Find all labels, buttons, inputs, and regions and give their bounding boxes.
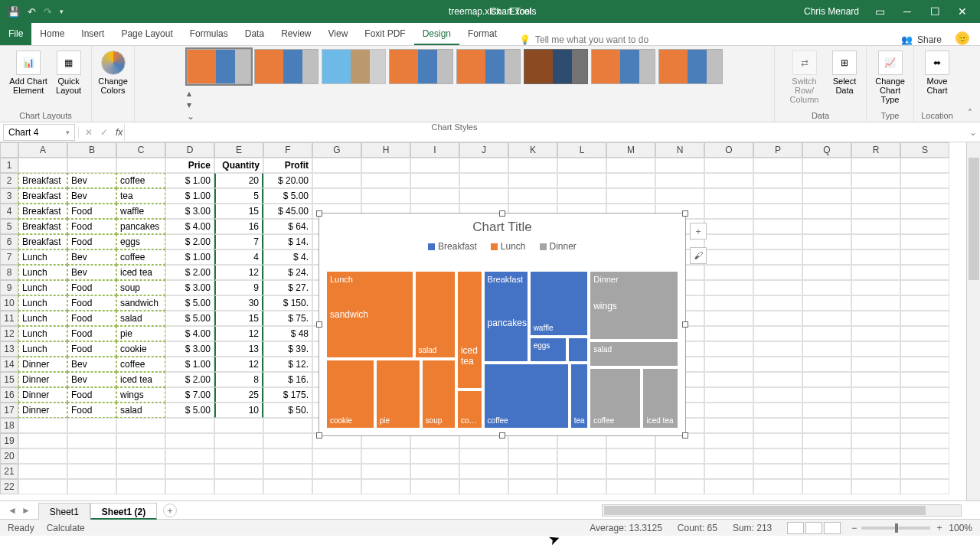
cell[interactable]: iced tea [116, 372, 165, 387]
cell[interactable] [900, 311, 949, 326]
cell[interactable] [753, 326, 802, 341]
cell[interactable]: Breakfast [18, 173, 67, 188]
cell[interactable]: $ 50. [263, 403, 312, 418]
cell[interactable] [753, 249, 802, 265]
cell[interactable] [116, 433, 165, 448]
row-header[interactable]: 10 [0, 295, 18, 311]
cell[interactable] [753, 265, 802, 280]
cell[interactable]: 30 [214, 295, 263, 311]
cell[interactable] [851, 234, 900, 249]
cell[interactable]: Food [67, 295, 116, 311]
cell[interactable]: Food [67, 280, 116, 295]
resize-handle[interactable] [682, 321, 688, 328]
cell[interactable] [410, 448, 459, 464]
cell[interactable] [802, 341, 851, 357]
resize-handle[interactable] [499, 432, 505, 439]
cell[interactable]: 7 [214, 234, 263, 249]
cell[interactable]: Bev [67, 265, 116, 280]
cell[interactable] [802, 249, 851, 265]
vertical-scrollbar[interactable] [966, 142, 980, 500]
cell[interactable]: 25 [214, 387, 263, 403]
column-header[interactable]: D [165, 142, 214, 158]
cell[interactable]: 15 [214, 204, 263, 219]
column-header[interactable]: L [557, 142, 606, 158]
cell[interactable]: pie [116, 326, 165, 341]
cell[interactable] [263, 448, 312, 464]
cell[interactable] [67, 448, 116, 464]
cell[interactable] [851, 188, 900, 204]
cell[interactable]: Breakfast [18, 234, 67, 249]
cell[interactable] [508, 188, 557, 204]
cell[interactable] [165, 479, 214, 494]
cell[interactable]: $ 7.00 [165, 387, 214, 403]
cell[interactable] [704, 204, 753, 219]
cell[interactable]: $ 5.00 [165, 311, 214, 326]
cell[interactable]: waffle [116, 204, 165, 219]
cell[interactable] [116, 158, 165, 173]
row-header[interactable]: 7 [0, 249, 18, 265]
zoom-out-button[interactable]: − [851, 523, 857, 533]
cell[interactable] [606, 173, 655, 188]
cell[interactable] [704, 479, 753, 494]
expand-formula-icon[interactable]: ⌄ [966, 127, 980, 138]
cell[interactable]: $ 5.00 [165, 403, 214, 418]
name-box[interactable]: Chart 4▾ [3, 124, 75, 141]
chevron-down-icon[interactable]: ▾ [66, 129, 70, 136]
cell[interactable] [900, 357, 949, 372]
tab-insert[interactable]: Insert [73, 22, 113, 45]
cell[interactable]: 8 [214, 372, 263, 387]
cell[interactable]: sandwich [116, 295, 165, 311]
cell[interactable] [214, 418, 263, 433]
cell[interactable]: Bev [67, 188, 116, 204]
cell[interactable] [165, 418, 214, 433]
cell[interactable] [753, 357, 802, 372]
cell[interactable] [851, 265, 900, 280]
cell[interactable] [508, 464, 557, 479]
scrollbar-thumb[interactable] [969, 158, 979, 280]
cell[interactable]: Food [67, 311, 116, 326]
cell[interactable]: 12 [214, 357, 263, 372]
cell[interactable]: Lunch [18, 249, 67, 265]
column-header[interactable]: E [214, 142, 263, 158]
tm-waffle[interactable]: waffle [529, 270, 590, 337]
cell[interactable] [753, 418, 802, 433]
resize-handle[interactable] [682, 432, 688, 439]
cell[interactable] [459, 448, 508, 464]
cell[interactable] [165, 433, 214, 448]
row-header[interactable]: 12 [0, 326, 18, 341]
tm-co[interactable]: co… [456, 390, 483, 429]
column-header[interactable]: K [508, 142, 557, 158]
cell[interactable] [312, 173, 361, 188]
cell[interactable] [802, 418, 851, 433]
cell[interactable] [67, 479, 116, 494]
cell[interactable] [900, 433, 949, 448]
cell[interactable] [263, 464, 312, 479]
tell-me-search[interactable]: 💡Tell me what you want to do [519, 34, 648, 45]
cell[interactable] [802, 357, 851, 372]
row-header[interactable]: 13 [0, 341, 18, 357]
chart-style-6[interactable] [524, 49, 588, 84]
cell[interactable] [900, 219, 949, 234]
cell[interactable] [900, 295, 949, 311]
cell[interactable] [851, 326, 900, 341]
cell[interactable] [606, 188, 655, 204]
cell[interactable]: 12 [214, 326, 263, 341]
cell[interactable] [459, 188, 508, 204]
cell[interactable] [557, 188, 606, 204]
column-header[interactable]: N [655, 142, 704, 158]
cell[interactable] [802, 219, 851, 234]
cell[interactable] [361, 173, 410, 188]
resize-handle[interactable] [499, 210, 505, 217]
cell[interactable] [900, 464, 949, 479]
column-header[interactable]: A [18, 142, 67, 158]
cell[interactable]: Food [67, 387, 116, 403]
tm-cookie[interactable]: cookie [325, 359, 375, 429]
cell[interactable]: wings [116, 387, 165, 403]
cell[interactable] [361, 479, 410, 494]
cell[interactable]: 12 [214, 265, 263, 280]
sheet-next-icon[interactable]: ► [21, 505, 31, 516]
tab-format[interactable]: Format [459, 22, 505, 45]
cell[interactable] [851, 433, 900, 448]
cell[interactable]: 15 [214, 311, 263, 326]
cell[interactable]: 5 [214, 188, 263, 204]
